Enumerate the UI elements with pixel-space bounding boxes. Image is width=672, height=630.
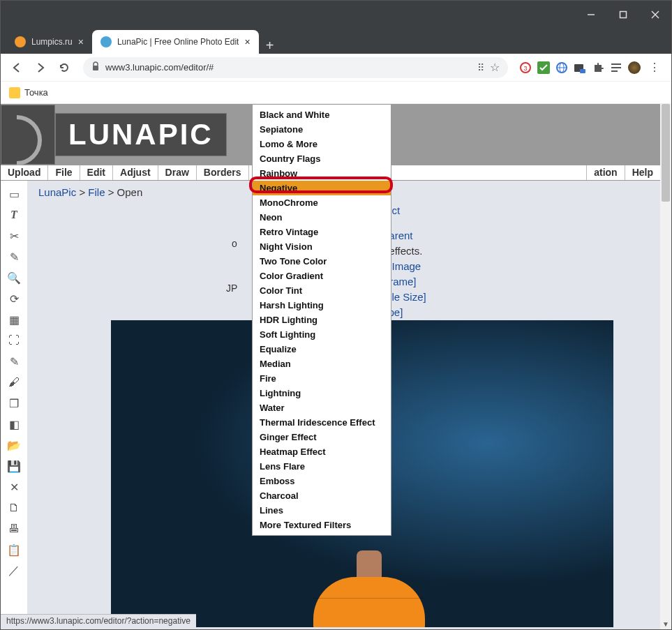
tool-pen-icon[interactable]: ✎ — [6, 249, 22, 264]
tool-cut-icon[interactable]: ✂ — [6, 228, 22, 243]
filter-item-color-gradient[interactable]: Color Gradient — [253, 269, 391, 283]
tool-eraser-icon[interactable]: ◧ — [6, 417, 22, 432]
filter-item-retro-vintage[interactable]: Retro Vintage — [253, 225, 391, 239]
filter-item-hdr-lighting[interactable]: HDR Lighting — [253, 313, 391, 327]
filter-item-harsh-lighting[interactable]: Harsh Lighting — [253, 298, 391, 313]
tool-open-icon[interactable]: 📂 — [6, 437, 22, 453]
filter-item-lens-flare[interactable]: Lens Flare — [253, 459, 391, 474]
browser-menu-icon[interactable]: ⋮ — [646, 61, 663, 74]
menu-upload[interactable]: Upload — [1, 165, 48, 180]
back-button[interactable] — [6, 57, 27, 78]
menu-edit[interactable]: Edit — [80, 165, 113, 180]
text-fragment: JP — [226, 283, 237, 294]
scrollbar-thumb[interactable] — [662, 104, 670, 202]
new-tab-button[interactable]: + — [259, 38, 281, 54]
tool-line-icon[interactable]: ／ — [6, 563, 22, 578]
bookmark-tochka[interactable]: Точка — [9, 87, 48, 98]
tool-zoom-icon[interactable]: 🔍 — [6, 270, 22, 285]
svg-rect-4 — [93, 66, 98, 70]
address-bar[interactable]: www3.lunapic.com/editor/# ⠿ ☆ — [83, 57, 508, 78]
filter-item-neon[interactable]: Neon — [253, 210, 391, 225]
tool-clipboard-icon[interactable]: 📋 — [6, 542, 22, 557]
filter-item-black-and-white[interactable]: Black and White — [253, 107, 391, 122]
filter-item-more-textured-filters[interactable]: More Textured Filters — [253, 518, 391, 532]
tab-lumpics[interactable]: Lumpics.ru × — [6, 30, 92, 54]
scroll-down-icon[interactable]: ▼ — [660, 618, 671, 629]
filter-item-fire[interactable]: Fire — [253, 371, 391, 386]
window-minimize-button[interactable] — [575, 1, 607, 29]
filter-item-lines[interactable]: Lines — [253, 503, 391, 518]
extension-globe-icon[interactable] — [555, 61, 568, 74]
tool-crop-icon[interactable]: ▦ — [6, 312, 22, 327]
filter-item-negative[interactable]: Negative — [253, 181, 391, 195]
profile-avatar[interactable] — [628, 61, 641, 74]
window-close-button[interactable] — [639, 1, 671, 29]
logo-text: LUNAPIC — [68, 118, 214, 151]
filter-item-lightning[interactable]: Lightning — [253, 386, 391, 400]
filter-item-soft-lighting[interactable]: Soft Lighting — [253, 327, 391, 342]
tool-brush-icon[interactable]: 🖌 — [6, 375, 22, 390]
text-fragment: o — [232, 238, 237, 249]
filter-item-rainbow[interactable]: Rainbow — [253, 166, 391, 181]
close-icon[interactable]: × — [244, 36, 250, 47]
menu-fragment[interactable]: ation — [586, 165, 625, 180]
tool-picker-icon[interactable]: ✎ — [6, 354, 22, 369]
window-maximize-button[interactable] — [607, 1, 639, 29]
filter-item-heatmap-effect[interactable]: Heatmap Effect — [253, 444, 391, 459]
filter-item-median[interactable]: Median — [253, 357, 391, 371]
breadcrumb-current: Open — [117, 186, 143, 198]
menu-borders[interactable]: Borders — [197, 165, 249, 180]
scrollbar[interactable]: ▲ ▼ — [660, 104, 671, 629]
filter-item-charcoal[interactable]: Charcoal — [253, 488, 391, 503]
filter-item-thermal-iridescence-effect[interactable]: Thermal Iridescence Effect — [253, 415, 391, 430]
tool-select-icon[interactable]: ▭ — [6, 186, 22, 202]
tool-delete-icon[interactable]: ✕ — [6, 479, 22, 495]
filter-item-two-tone-color[interactable]: Two Tone Color — [253, 254, 391, 269]
browser-toolbar: www3.lunapic.com/editor/# ⠿ ☆ 3 ⋮ — [1, 54, 671, 82]
svg-rect-1 — [620, 12, 627, 18]
tool-rotate-icon[interactable]: ⟳ — [6, 291, 22, 306]
filter-item-night-vision[interactable]: Night Vision — [253, 239, 391, 254]
menu-help[interactable]: Help — [625, 165, 660, 180]
filter-item-emboss[interactable]: Emboss — [253, 474, 391, 488]
favicon-lunapic-icon — [100, 36, 112, 47]
reading-list-icon[interactable] — [610, 61, 622, 74]
extension-checkmark-icon[interactable] — [537, 61, 550, 74]
extension-box-icon[interactable] — [574, 61, 586, 74]
filter-item-ginger-effect[interactable]: Ginger Effect — [253, 430, 391, 444]
tab-lunapic[interactable]: LunaPic | Free Online Photo Edit × — [92, 30, 259, 54]
filter-item-color-tint[interactable]: Color Tint — [253, 283, 391, 298]
filter-item-country-flags[interactable]: Country Flags — [253, 151, 391, 166]
lock-icon — [91, 61, 100, 73]
tab-strip: Lumpics.ru × LunaPic | Free Online Photo… — [1, 29, 671, 54]
tool-resize-icon[interactable]: ⛶ — [6, 333, 22, 348]
extensions-puzzle-icon[interactable] — [592, 61, 604, 74]
menu-draw[interactable]: Draw — [158, 165, 197, 180]
reload-button[interactable] — [54, 57, 75, 78]
forward-button[interactable] — [30, 57, 51, 78]
url-text: www3.lunapic.com/editor/# — [105, 62, 472, 73]
tool-new-icon[interactable]: 🗋 — [6, 500, 22, 516]
tool-text-icon[interactable]: T — [6, 207, 22, 223]
filter-item-sepiatone[interactable]: Sepiatone — [253, 122, 391, 137]
star-icon[interactable]: ☆ — [490, 61, 500, 74]
tool-copy-icon[interactable]: ❐ — [6, 396, 22, 411]
extension-icon[interactable]: 3 — [519, 61, 532, 74]
filter-item-lomo-more[interactable]: Lomo & More — [253, 137, 391, 151]
bookmarks-bar: Точка — [1, 82, 671, 104]
close-icon[interactable]: × — [78, 36, 84, 47]
breadcrumb-root[interactable]: LunaPic — [38, 186, 76, 198]
logo[interactable]: LUNAPIC — [1, 104, 227, 165]
filter-item-water[interactable]: Water — [253, 400, 391, 415]
breadcrumb-file[interactable]: File — [88, 186, 105, 198]
menu-adjust[interactable]: Adjust — [113, 165, 158, 180]
menu-file[interactable]: File — [48, 165, 80, 180]
moon-icon — [1, 105, 55, 165]
translate-icon[interactable]: ⠿ — [477, 62, 484, 73]
filters-dropdown: Black and WhiteSepiatoneLomo & MoreCount… — [252, 104, 391, 536]
window-titlebar — [1, 1, 671, 29]
filter-item-monochrome[interactable]: MonoChrome — [253, 195, 391, 210]
tool-print-icon[interactable]: 🖶 — [6, 521, 22, 537]
tool-save-icon[interactable]: 💾 — [6, 458, 22, 474]
filter-item-equalize[interactable]: Equalize — [253, 342, 391, 357]
